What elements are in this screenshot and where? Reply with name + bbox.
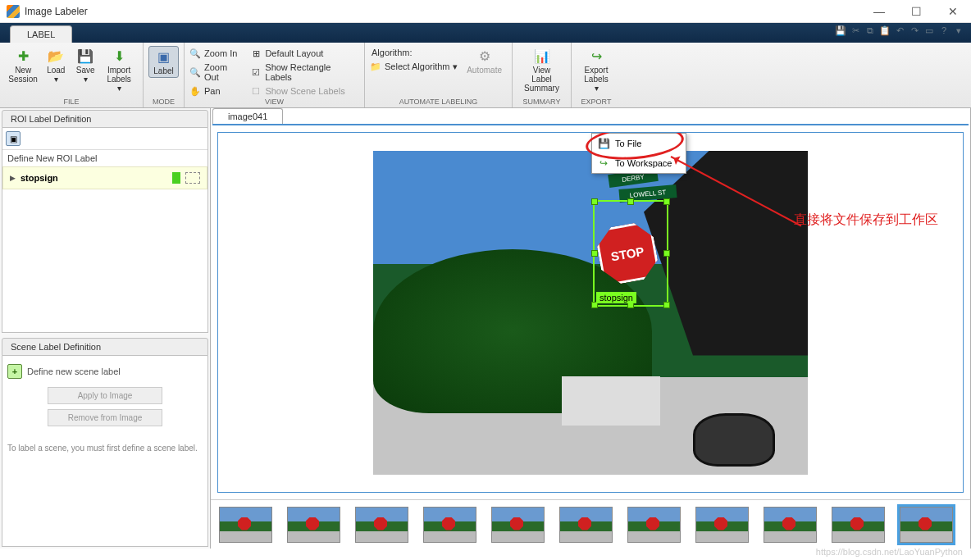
rect-icon — [185, 172, 200, 184]
ribbon-group-file: ✚New Session 📂Load ▾ 💾Save ▾ ⬇Import Lab… — [0, 43, 144, 107]
show-rect-checkbox[interactable]: ☑Show Rectangle Labels — [250, 61, 359, 84]
annotation-text: 直接将文件保存到工作区 — [794, 211, 958, 229]
save-button[interactable]: 💾Save ▾ — [71, 46, 100, 85]
minimize-button[interactable]: — — [867, 3, 891, 20]
house-region — [562, 376, 660, 426]
zoom-out-button[interactable]: 🔍Zoom Out — [189, 61, 244, 84]
workspace-icon: ↪ — [597, 157, 610, 170]
thumbnail[interactable] — [764, 507, 817, 543]
ribbon-group-summary: 📊View Label Summary SUMMARY — [513, 43, 572, 107]
view-summary-button[interactable]: 📊View Label Summary — [517, 46, 566, 94]
roi-toolbar: ▣ — [2, 128, 207, 150]
thumbnail[interactable] — [423, 507, 476, 543]
add-scene-icon[interactable]: + — [7, 364, 22, 379]
roi-panel-header: ROI Label Definition — [2, 110, 208, 128]
quick-access-toolbar: 💾 ✂ ⧉ 📋 ↶ ↷ ▭ ? ▾ — [835, 25, 964, 37]
algorithm-label: Algorithm: — [370, 46, 458, 59]
titlebar: Image Labeler — ☐ ✕ — [0, 0, 971, 23]
define-scene-row[interactable]: + Define new scene label — [7, 361, 203, 382]
close-button[interactable]: ✕ — [941, 3, 964, 20]
thumbnail[interactable] — [695, 507, 749, 543]
roi-label-item[interactable]: ▶ stopsign — [2, 166, 207, 189]
export-labels-button[interactable]: ↪Export Labels ▾ — [577, 46, 616, 94]
apply-to-image-button: Apply to Image — [48, 387, 162, 404]
thumbnail[interactable] — [219, 507, 272, 543]
image-tab[interactable]: image041 — [212, 108, 283, 124]
roi-label-name: stopsign — [21, 173, 58, 183]
image-frame[interactable]: DERBY LOWELL ST STOP stopsign 💾To File ↪… — [217, 132, 964, 493]
group-label-export: EXPORT — [572, 98, 621, 106]
zoom-in-button[interactable]: 🔍Zoom In — [189, 46, 244, 61]
group-label-file: FILE — [0, 98, 143, 106]
roi-tag: stopsign — [596, 292, 636, 303]
undo-icon[interactable]: ↶ — [894, 25, 905, 37]
automate-button[interactable]: ⚙Automate — [462, 46, 507, 76]
scene-panel-body: + Define new scene label Apply to Image … — [2, 356, 208, 547]
scene-panel-header: Scene Label Definition — [2, 338, 208, 356]
redo-icon[interactable]: ↷ — [909, 25, 920, 37]
image-content: DERBY LOWELL ST STOP stopsign — [373, 151, 808, 475]
group-label-mode: MODE — [144, 98, 184, 106]
roi-rectangle[interactable]: stopsign — [593, 200, 668, 307]
ribbon-group-mode: ▣Label MODE — [144, 43, 185, 107]
cut-icon[interactable]: ✂ — [850, 25, 861, 37]
mirror — [693, 413, 775, 467]
expand-icon: ▶ — [10, 174, 16, 182]
save-icon[interactable]: 💾 — [835, 25, 846, 37]
thumbnail[interactable] — [355, 507, 408, 543]
main-area: ROI Label Definition ▣ Define New ROI La… — [0, 108, 971, 549]
thumbnail[interactable] — [287, 507, 340, 543]
pan-button[interactable]: ✋Pan — [189, 84, 244, 98]
window-controls: — ☐ ✕ — [867, 3, 964, 20]
ribbon: ✚New Session 📂Load ▾ 💾Save ▾ ⬇Import Lab… — [0, 43, 971, 108]
ribbon-group-automate: Algorithm: 📁Select Algorithm ▾ ⚙Automate… — [365, 43, 513, 107]
new-session-button[interactable]: ✚New Session — [5, 46, 41, 85]
group-label-automate: AUTOMATE LABELING — [365, 98, 512, 106]
tab-label[interactable]: LABEL — [10, 25, 72, 43]
group-label-view: VIEW — [185, 98, 364, 106]
ribbon-group-view: 🔍Zoom In 🔍Zoom Out ✋Pan ⊞Default Layout … — [185, 43, 365, 107]
thumbnail[interactable] — [832, 507, 885, 543]
default-layout-button[interactable]: ⊞Default Layout — [250, 46, 359, 61]
color-swatch — [172, 172, 180, 184]
thumbnail-strip — [211, 499, 970, 549]
layout-icon[interactable]: ▭ — [923, 25, 935, 37]
ribbon-group-export: ↪Export Labels ▾ EXPORT — [572, 43, 621, 107]
remove-from-image-button: Remove from Image — [48, 409, 162, 426]
define-roi-label: Define New ROI Label — [2, 150, 207, 166]
define-scene-label: Define new scene label — [27, 367, 121, 376]
disk-icon: 💾 — [597, 137, 610, 150]
collapse-icon[interactable]: ▾ — [953, 25, 964, 37]
help-icon[interactable]: ? — [938, 25, 950, 37]
thumbnail[interactable] — [491, 507, 545, 543]
label-mode-button[interactable]: ▣Label — [148, 46, 179, 78]
watermark: https://blog.csdn.net/LaoYuanPython — [816, 547, 963, 557]
canvas-area: image041 DERBY LOWELL ST STOP stopsign — [211, 108, 971, 549]
maximize-button[interactable]: ☐ — [905, 3, 928, 20]
image-tab-bar: image041 — [212, 108, 969, 125]
tab-bar: LABEL 💾 ✂ ⧉ 📋 ↶ ↷ ▭ ? ▾ — [0, 23, 971, 43]
window-title: Image Labeler — [25, 6, 88, 17]
import-labels-button[interactable]: ⬇Import Labels ▾ — [100, 46, 138, 94]
scene-help-text: To label a scene, you must first define … — [7, 443, 203, 453]
export-to-file-item[interactable]: 💾To File — [592, 134, 686, 153]
group-label-summary: SUMMARY — [513, 98, 571, 106]
load-button[interactable]: 📂Load ▾ — [41, 46, 71, 85]
thumbnail[interactable] — [627, 507, 681, 543]
matlab-logo-icon — [7, 5, 20, 18]
left-panel: ROI Label Definition ▣ Define New ROI La… — [0, 108, 211, 549]
thumbnail-selected[interactable] — [900, 507, 953, 543]
show-scene-checkbox[interactable]: ☐Show Scene Labels — [250, 84, 359, 98]
thumbnail[interactable] — [559, 507, 613, 543]
roi-panel-body: ▣ Define New ROI Label ▶ stopsign — [2, 128, 208, 333]
add-roi-button[interactable]: ▣ — [6, 131, 21, 146]
copy-icon[interactable]: ⧉ — [864, 25, 876, 37]
select-algorithm-dropdown[interactable]: 📁Select Algorithm ▾ — [370, 59, 458, 74]
paste-icon[interactable]: 📋 — [879, 25, 891, 37]
